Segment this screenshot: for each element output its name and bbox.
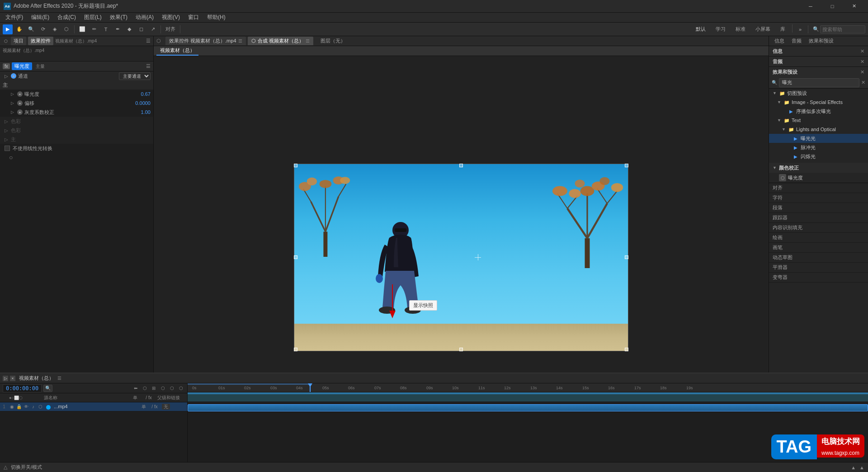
tree-multi-exposure[interactable]: ▶ 序播似多次曝光 — [769, 107, 868, 116]
rp-color-correction-title[interactable]: ▼ 颜色校正 — [769, 163, 868, 173]
project-menu-icon[interactable]: ☰ — [146, 38, 151, 44]
layer-row-1[interactable]: 1 ◉ 🔒 👁 ♪ ⬡ ...mp4 单 / fx 无 — [0, 402, 187, 411]
lph-btn-3[interactable]: ⊞ — [150, 385, 157, 392]
menu-effects[interactable]: 效果(T) — [106, 13, 131, 22]
project-expand[interactable]: ⬡ — [3, 38, 9, 44]
rp-char-item[interactable]: 字符 — [769, 193, 868, 203]
minimize-button[interactable]: ─ — [800, 0, 821, 13]
status-mode-btn[interactable]: 切换开关/模式 — [11, 464, 42, 471]
fx-active-label[interactable]: 曝光度 — [12, 62, 32, 70]
handle-bottom-left[interactable] — [294, 348, 297, 351]
menu-layer[interactable]: 图层(L) — [80, 13, 105, 22]
handle-bottom-right[interactable] — [625, 348, 628, 351]
offset-eye[interactable]: ● — [17, 100, 23, 106]
sub-tab-video[interactable]: 视频素材（总） — [156, 46, 198, 56]
layer-audio-icon[interactable]: ♪ — [30, 404, 37, 410]
tree-exposure-degree[interactable]: ⬡ 曝光度 — [769, 173, 868, 183]
rp-content-fill-item[interactable]: 内容识别填充 — [769, 223, 868, 233]
tool-select[interactable]: ▶ — [3, 24, 13, 34]
layer-fx-switch-1[interactable]: / fx — [149, 404, 160, 409]
layer-search-btn[interactable]: 🔍 — [43, 385, 52, 392]
layer-eye-icon[interactable]: 👁 — [23, 404, 29, 410]
exposure-row[interactable]: ▷ ● 曝光度 0.67 — [0, 90, 153, 99]
channel-eye[interactable]: ● — [11, 73, 16, 79]
menu-compose[interactable]: 合成(C) — [54, 13, 80, 22]
layer-time-display[interactable]: 0:00:00:00 — [3, 384, 42, 392]
rp-brush-item[interactable]: 画笔 — [769, 243, 868, 253]
layer-motion-blur-icon[interactable]: ⬡ — [37, 404, 43, 410]
timeline-playhead[interactable] — [310, 383, 311, 392]
rp-tab-info[interactable]: 信息 — [772, 37, 787, 45]
tool-stamp[interactable]: ◆ — [124, 24, 134, 34]
search-input[interactable] — [820, 25, 865, 33]
rp-audio-title[interactable]: 音频 ✕ — [769, 57, 868, 66]
timeline-menu-icon[interactable]: ☰ — [57, 376, 61, 381]
tool-pen[interactable]: ✏ — [89, 24, 99, 34]
rp-wiggler-item[interactable]: 变弯器 — [769, 273, 868, 283]
menu-help[interactable]: 帮助(H) — [203, 13, 229, 22]
tree-presets-header[interactable]: ▼ 📁 切图预设 — [769, 89, 868, 98]
tree-exposure-light[interactable]: ▶ 曝光光 — [769, 134, 868, 143]
menu-file[interactable]: 文件(F) — [2, 13, 27, 22]
rp-effects-close[interactable]: ✕ — [860, 69, 864, 75]
tree-pulse-light[interactable]: ▶ 脉冲光 — [769, 143, 868, 152]
layer-lock-icon[interactable]: 🔒 — [16, 404, 23, 410]
track-row-1[interactable] — [188, 403, 868, 412]
main-comp-tab-close[interactable]: ☰ — [306, 38, 310, 43]
workspace-small[interactable]: 小屏幕 — [751, 24, 774, 34]
offset-expand[interactable]: ▷ — [11, 101, 15, 105]
effects-menu-icon[interactable]: ☰ — [146, 63, 151, 69]
menu-view[interactable]: 视图(V) — [158, 13, 184, 22]
handle-top-mid[interactable] — [459, 164, 463, 167]
offset-row[interactable]: ▷ ● 偏移 0.0000 — [0, 99, 153, 108]
timeline-close-btn[interactable]: × — [10, 376, 15, 381]
effects-search-input[interactable] — [779, 78, 859, 87]
tool-text[interactable]: T — [101, 24, 111, 34]
lph-btn-5[interactable]: ⬡ — [168, 385, 175, 392]
effects-comp-tab[interactable]: 效果控件 视频素材（总）.mp4 ☰ — [165, 37, 246, 45]
tool-zoom[interactable]: 🔍 — [26, 24, 36, 34]
linear-light-checkbox[interactable] — [5, 146, 10, 151]
gamma-eye[interactable]: ● — [17, 109, 23, 115]
offset-value[interactable]: 0.0000 — [123, 100, 151, 106]
tool-rotate[interactable]: ⟳ — [38, 24, 48, 34]
channel-select[interactable]: 主要通道 — [119, 72, 151, 80]
rp-paint-item[interactable]: 绘画 — [769, 233, 868, 243]
tool-puppet[interactable]: ↗ — [148, 24, 158, 34]
tree-lights-optical[interactable]: ▼ 📁 Lights and Optical — [769, 125, 868, 134]
window-controls[interactable]: ─ □ ✕ — [800, 0, 864, 13]
menu-window[interactable]: 窗口 — [184, 13, 203, 22]
tool-pan[interactable]: ⬡ — [61, 24, 71, 34]
gamma-row[interactable]: ▷ ● 灰度系数校正 1.00 — [0, 108, 153, 117]
timeline-ruler[interactable]: 0s 01s 02s 03s 04s 05s 06s 07s 08s 09s 1… — [188, 383, 868, 392]
timeline-expand-btn[interactable]: ▷ — [3, 376, 8, 381]
workspace-standard[interactable]: 标准 — [731, 24, 750, 34]
effects-control-tab[interactable]: 效果控件 — [28, 37, 53, 45]
exposure-value[interactable]: 0.67 — [123, 91, 151, 97]
lph-btn-2[interactable]: ⬡ — [141, 385, 148, 392]
effects-comp-tab-close[interactable]: ☰ — [238, 38, 242, 43]
handle-mid-right[interactable] — [625, 255, 628, 259]
tool-rect[interactable]: ⬜ — [77, 24, 87, 34]
handle-mid-left[interactable] — [294, 255, 297, 259]
rp-align-item[interactable]: 对齐 — [769, 183, 868, 193]
handle-top-right[interactable] — [625, 164, 628, 167]
exposure-expand[interactable]: ▷ — [11, 92, 15, 96]
layer-solo-icon[interactable]: ◉ — [9, 404, 15, 410]
gamma-expand[interactable]: ▷ — [11, 110, 15, 114]
effects-search-clear[interactable]: ✕ — [861, 80, 865, 85]
menu-edit[interactable]: 编辑(E) — [28, 13, 53, 22]
main-comp-tab[interactable]: ⬡ 合成 视频素材（总） ☰ — [248, 37, 313, 45]
parent-value-1[interactable]: 无 — [162, 404, 170, 410]
workspace-learn[interactable]: 学习 — [712, 24, 730, 34]
menu-animate[interactable]: 动画(A) — [132, 13, 157, 22]
rp-audio-close[interactable]: ✕ — [860, 59, 864, 65]
tool-brush[interactable]: ✒ — [113, 24, 123, 34]
tool-hand[interactable]: ✋ — [14, 24, 24, 34]
channel-expand[interactable]: ▷ — [5, 74, 9, 79]
workspace-library[interactable]: 库 — [776, 24, 789, 34]
rp-info-close[interactable]: ✕ — [860, 48, 864, 54]
layer-switch-1[interactable]: 单 — [138, 404, 149, 410]
tool-camera[interactable]: ◈ — [50, 24, 60, 34]
exposure-eye[interactable]: ● — [17, 91, 23, 97]
